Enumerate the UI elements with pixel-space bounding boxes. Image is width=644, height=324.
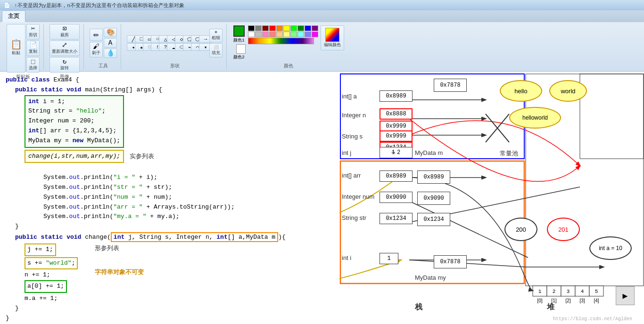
tab-home[interactable]: 主页 xyxy=(2,10,25,22)
swatch-lightyellow[interactable] xyxy=(283,32,290,37)
shapes-label: 形状 xyxy=(170,62,180,69)
color-palette-row2 xyxy=(248,32,318,37)
svg-text:[0]: [0] xyxy=(537,298,542,303)
titlebar: 📄 ↑不变是因为y是副本，n不变是因为这里有个自动装箱和拆箱会产生新对象 xyxy=(0,0,644,10)
swatch-orange[interactable] xyxy=(276,25,283,31)
svg-text:3: 3 xyxy=(567,289,570,294)
close-exam4: } xyxy=(6,314,334,324)
box-heap-9090: 0x9090 xyxy=(417,192,450,205)
play-button[interactable]: ▶ xyxy=(616,286,635,305)
clipboard-content: 📋 粘贴 ✂ 剪切 📄 复制 ⬚ xyxy=(7,24,40,73)
box-heap-8989: 0x8989 xyxy=(417,170,450,184)
tools-label: 工具 xyxy=(99,62,108,69)
swatch-gray[interactable] xyxy=(255,25,262,31)
s-line-highlight: s += "world"; xyxy=(25,257,78,270)
actual-params-label: 实参列表 xyxy=(130,152,154,162)
crop-button[interactable]: ⊡ 裁剪 xyxy=(50,24,80,40)
color2-label: 颜色2 xyxy=(233,54,244,60)
pencil-icon: ✏️ xyxy=(93,30,99,40)
resize-button[interactable]: ⤢ 重新调整大小 xyxy=(50,40,80,56)
eyedrop-button[interactable]: 💧 xyxy=(104,49,117,58)
box-main-num: 0x9090 xyxy=(380,192,413,203)
close-main: } xyxy=(6,222,334,232)
edit-colors-button[interactable]: 编辑颜色 xyxy=(321,25,344,50)
rotate-label: 旋转 xyxy=(60,65,69,71)
code-str: String str = "hello"; xyxy=(28,106,120,116)
oval-int-a: int a = 10 xyxy=(589,236,632,260)
heap-title: 堆 xyxy=(547,302,554,312)
color1-swatch[interactable] xyxy=(233,25,245,37)
rotate-button[interactable]: ↻ 旋转 xyxy=(50,57,80,73)
rainbow-bar[interactable] xyxy=(248,38,314,44)
swatch-cyan[interactable] xyxy=(297,32,304,37)
swatch-magenta[interactable] xyxy=(312,32,318,37)
select-label: 选择 xyxy=(29,65,37,71)
colors-label: 颜色 xyxy=(284,62,293,69)
n-increment: n += 1; xyxy=(25,270,78,280)
swatch-purple[interactable] xyxy=(312,25,318,31)
swatch-darkred[interactable] xyxy=(262,25,269,31)
group-image: ⊡ 裁剪 ⤢ 重新调整大小 ↻ 旋转 图像 xyxy=(46,24,84,69)
mydata-m-border xyxy=(340,74,524,159)
stroke-width-button[interactable]: ≡ 粗细 xyxy=(209,29,223,42)
swatch-lightred[interactable] xyxy=(269,32,276,37)
group-clipboard: 📋 粘贴 ✂ 剪切 📄 复制 ⬚ xyxy=(3,24,44,69)
swatch-lightgray[interactable] xyxy=(255,32,262,37)
swatch-lightblue[interactable] xyxy=(305,32,311,37)
rotate-icon: ↻ xyxy=(63,58,66,65)
paste-button[interactable]: 📋 粘贴 xyxy=(7,24,25,73)
code-int-i: int i = 1; xyxy=(28,97,120,107)
constant-pool-border xyxy=(580,74,644,159)
group-shapes: ╱ □ ▭ ○ △ ◁ ◇ ⬠ ⬡ → ✦ ★ ♡ ! ? ☁ xyxy=(123,24,227,69)
fill-shape-button[interactable]: ⬜ 填充 xyxy=(209,43,223,57)
code-line-1: public class Exam4 { xyxy=(6,75,334,85)
paste-label: 粘贴 xyxy=(12,50,20,56)
a0-line-highlight: a[0] += 1; xyxy=(25,280,67,293)
box-change-n1: 0x8888 xyxy=(380,108,413,120)
brush-button[interactable]: 🖌 刷子 xyxy=(90,42,103,57)
green-highlight-block: int i = 1; String str = "hello"; Integer… xyxy=(25,95,124,148)
cut-button[interactable]: ✂ 剪切 xyxy=(26,24,40,40)
group-tools: ✏️ 🖌 刷子 🎨 A 💧 xyxy=(86,24,121,69)
string-immutable-label: 字符串对象不可变 xyxy=(95,267,144,277)
swatch-yellow[interactable] xyxy=(283,25,290,31)
fill-shape-icon: ⬜ xyxy=(214,45,219,50)
swatch-red[interactable] xyxy=(269,25,276,31)
svg-text:[4]: [4] xyxy=(594,298,599,303)
pencil-button[interactable]: ✏️ xyxy=(90,29,103,41)
shapes-content: ╱ □ ▭ ○ △ ◁ ◇ ⬠ ⬡ → ✦ ★ ♡ ! ? ☁ xyxy=(127,24,223,62)
edit-colors-label: 编辑颜色 xyxy=(324,42,341,48)
swatch-white[interactable] xyxy=(248,32,255,37)
oval-200: 200 xyxy=(504,218,537,241)
main-content: public class Exam4 { public static void … xyxy=(0,72,644,324)
cut-icon: ✂ xyxy=(31,25,35,32)
svg-text:2: 2 xyxy=(553,289,556,294)
color2-swatch[interactable] xyxy=(236,44,246,54)
ribbon-content: 📋 粘贴 ✂ 剪切 📄 复制 ⬚ xyxy=(0,22,644,71)
cut-label: 剪切 xyxy=(29,32,37,38)
label-change-integern: Integer n xyxy=(342,112,366,119)
copy-label: 复制 xyxy=(29,49,37,55)
swatch-green[interactable] xyxy=(290,25,297,31)
formal-params-label: 形参列表 xyxy=(95,243,144,253)
box-heap-1234: 0x1234 xyxy=(417,213,450,226)
swatch-lightgreen[interactable] xyxy=(290,32,297,37)
select-button[interactable]: ⬚ 选择 xyxy=(26,57,40,73)
code-arr: int[] arr = {1,2,3,4,5}; xyxy=(28,126,120,136)
swatch-pink[interactable] xyxy=(262,32,269,37)
label-change-intj: int j xyxy=(342,149,351,156)
svg-text:5: 5 xyxy=(595,289,598,294)
oval-hello: hello xyxy=(500,80,542,102)
fill-button[interactable]: 🎨 xyxy=(104,28,117,37)
copy-icon: 📄 xyxy=(29,42,37,49)
text-button[interactable]: A xyxy=(104,38,117,48)
copy-button[interactable]: 📄 复制 xyxy=(26,40,40,56)
box-change-inta: 0x8989 xyxy=(380,90,413,102)
println-arr: System.out.println("arr = " + Arrays.toS… xyxy=(25,202,334,212)
label-main-str: String str xyxy=(342,214,366,221)
swatch-darkgreen[interactable] xyxy=(297,25,304,31)
crop-label: 裁剪 xyxy=(60,32,69,38)
swatch-peach[interactable] xyxy=(276,32,283,37)
swatch-black[interactable] xyxy=(248,25,255,31)
swatch-blue[interactable] xyxy=(305,25,311,31)
